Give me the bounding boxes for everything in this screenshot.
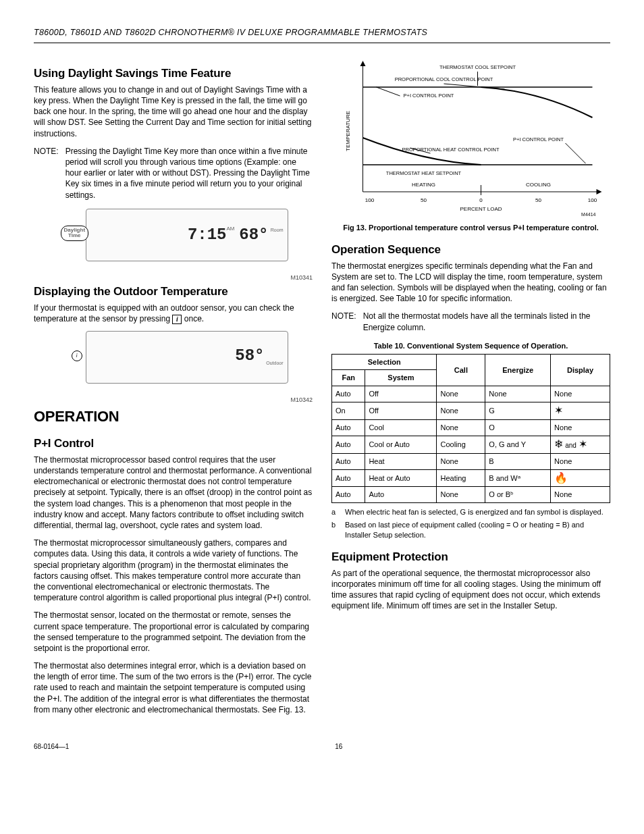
fn-b-key: b <box>331 520 340 540</box>
table-footnotes: a When electric heat fan is selected, G … <box>331 507 610 540</box>
table-row: AutoCool or AutoCoolingO, G and Y❄ and ✶ <box>332 436 610 453</box>
page-footer: 68-0164—1 16 . <box>34 742 610 752</box>
daylight-time-chip: Daylight Time <box>61 226 89 242</box>
svg-text:TEMPERATURE: TEMPERATURE <box>345 111 351 151</box>
heading-outdoor: Displaying the Outdoor Temperature <box>34 284 313 300</box>
figure-13-chart: 100 50 0 50 100 HEATING COOLING PERCENT … <box>331 57 610 219</box>
th-energize: Energize <box>485 354 551 386</box>
table-row: AutoHeat or AutoHeatingB and Wᵃ🔥 <box>332 469 610 487</box>
svg-text:50: 50 <box>535 197 541 203</box>
th-system: System <box>365 370 437 386</box>
note-body: Pressing the Daylight Time Key more than… <box>65 146 313 201</box>
page-header: T8600D, T8601D AND T8602D CHRONOTHERM® I… <box>34 27 610 43</box>
doc-number: 68-0164—1 <box>34 742 69 752</box>
fn-a-text: When electric heat fan is selected, G is… <box>345 507 603 517</box>
th-display: Display <box>551 354 610 386</box>
svg-text:50: 50 <box>421 197 427 203</box>
snowflake-icon: ❄ <box>554 438 563 450</box>
note-opseq: NOTE: Not all the thermostat models have… <box>331 311 610 332</box>
fn-a-key: a <box>331 507 340 517</box>
fig1-temp: 68° <box>239 224 268 246</box>
svg-text:THERMOSTAT COOL SETPOINT: THERMOSTAT COOL SETPOINT <box>439 64 516 70</box>
fig13-caption: Fig 13. Proportional temperature control… <box>331 223 610 233</box>
svg-text:THERMOSTAT HEAT SETPOINT: THERMOSTAT HEAT SETPOINT <box>386 170 462 176</box>
fig2-code: M10342 <box>61 396 313 404</box>
table10-caption: Table 10. Conventional System Sequence o… <box>331 341 610 351</box>
th-call: Call <box>437 354 485 386</box>
fan-icon: ✶ <box>579 438 587 450</box>
svg-text:COOLING: COOLING <box>526 182 551 188</box>
left-column: Using Daylight Savings Time Feature This… <box>34 57 313 722</box>
fig2-label: Outdoor <box>266 360 283 366</box>
svg-marker-3 <box>597 189 602 194</box>
para-pi3: The thermostat sensor, located on the th… <box>34 610 313 654</box>
note-label: NOTE: <box>34 146 59 201</box>
heading-operation: OPERATION <box>34 407 313 427</box>
table-10: Selection Call Energize Display Fan Syst… <box>331 354 610 504</box>
svg-line-21 <box>377 87 400 96</box>
svg-marker-1 <box>360 61 366 66</box>
flame-icon: 🔥 <box>554 472 568 484</box>
th-selection: Selection <box>332 354 437 370</box>
fig1-ampm: AM <box>227 226 235 233</box>
svg-text:100: 100 <box>588 197 597 203</box>
svg-text:PROPORTIONAL COOL CONTROL POIN: PROPORTIONAL COOL CONTROL POINT <box>395 76 493 82</box>
para-pi2: The thermostat microprocessor simultaneo… <box>34 538 313 603</box>
table-row: AutoHeatNoneBNone <box>332 453 610 469</box>
para-pi4: The thermostat also determines integral … <box>34 660 313 715</box>
svg-text:M4414: M4414 <box>581 212 596 217</box>
heading-pi: P+I Control <box>34 436 313 452</box>
figure-outdoor-thermostat: i 58° Outdoor <box>86 331 288 384</box>
info-key-icon: i <box>172 315 182 324</box>
th-fan: Fan <box>332 370 365 386</box>
outdoor-text-a: If your thermostat is equipped with an o… <box>34 303 294 323</box>
para-equip: As part of the operational sequence, the… <box>331 568 610 612</box>
fn-b-text: Based on last piece of equipment called … <box>345 520 610 540</box>
figure-daylight-thermostat: Daylight Time 7:15 AM 68° Room <box>86 209 288 261</box>
outdoor-text-b: once. <box>182 314 204 323</box>
right-column: 100 50 0 50 100 HEATING COOLING PERCENT … <box>331 57 610 722</box>
note-body-2: Not all the thermostat models have all t… <box>363 311 610 332</box>
svg-line-23 <box>566 143 586 163</box>
fig1-room: Room <box>271 227 284 233</box>
svg-line-19 <box>444 84 505 89</box>
para-outdoor: If your thermostat is equipped with an o… <box>34 303 313 324</box>
note-daylight: NOTE: Pressing the Daylight Time Key mor… <box>34 146 313 201</box>
info-chip-icon: i <box>72 350 82 361</box>
table-row: OnOffNoneG✶ <box>332 402 610 420</box>
svg-text:PERCENT LOAD: PERCENT LOAD <box>460 206 502 212</box>
fan-icon: ✶ <box>554 405 563 416</box>
heading-equip: Equipment Protection <box>331 550 610 565</box>
para-opseq: The thermostat energizes specific termin… <box>331 261 610 305</box>
table-row: AutoOffNoneNoneNone <box>332 386 610 402</box>
svg-text:0: 0 <box>479 197 483 203</box>
para-daylight: This feature allows you to change in and… <box>34 84 313 139</box>
page-number: 16 <box>335 742 342 752</box>
content-columns: Using Daylight Savings Time Feature This… <box>34 57 610 722</box>
fig2-temp: 58° <box>235 345 264 367</box>
fig1-code: M10341 <box>61 273 313 282</box>
heading-opseq: Operation Sequence <box>331 242 610 258</box>
svg-text:P+I CONTROL POINT: P+I CONTROL POINT <box>513 136 564 142</box>
table-row: AutoCoolNoneONone <box>332 420 610 436</box>
svg-text:P+I CONTROL POINT: P+I CONTROL POINT <box>404 93 454 99</box>
svg-text:100: 100 <box>365 197 375 203</box>
table-row: AutoAutoNoneO or BᵇNone <box>332 487 610 503</box>
svg-text:HEATING: HEATING <box>412 182 435 188</box>
note-label-2: NOTE: <box>331 311 356 332</box>
fig1-time: 7:15 <box>188 224 227 246</box>
heading-daylight: Using Daylight Savings Time Feature <box>34 66 313 82</box>
para-pi1: The thermostat microprocessor based cont… <box>34 454 313 531</box>
